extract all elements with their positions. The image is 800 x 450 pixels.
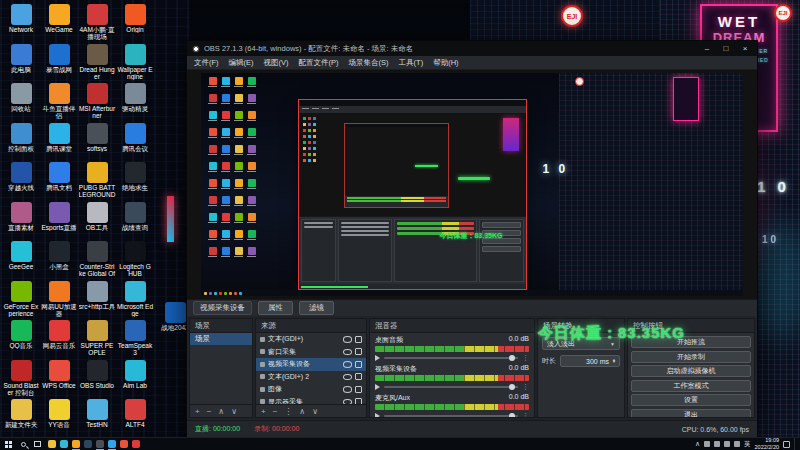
desktop-icon[interactable]: 直播素材 bbox=[2, 200, 40, 240]
mixer-options-icon[interactable]: ⋮ bbox=[522, 412, 529, 417]
source-row[interactable]: 文本(GDI+) 2 bbox=[256, 371, 366, 384]
volume-icon[interactable] bbox=[714, 441, 720, 447]
desktop-icon[interactable]: Aim Lab bbox=[116, 358, 154, 398]
lock-icon[interactable] bbox=[355, 361, 362, 368]
desktop-icon[interactable]: 腾讯会议 bbox=[116, 121, 154, 161]
desktop-icon[interactable]: GeForce Experience bbox=[2, 279, 40, 319]
sources-toolbar-button[interactable]: − bbox=[273, 407, 278, 416]
taskbar-browser[interactable] bbox=[120, 440, 128, 448]
scenes-toolbar-button[interactable]: ∨ bbox=[231, 407, 237, 416]
menu-item[interactable]: 场景集合(S) bbox=[349, 58, 389, 68]
desktop-icon[interactable]: Esports直播 bbox=[40, 200, 78, 240]
desktop-icon[interactable]: 驱动精灵 bbox=[116, 81, 154, 121]
volume-slider[interactable] bbox=[384, 415, 518, 417]
menu-item[interactable]: 文件(F) bbox=[194, 58, 219, 68]
desktop-icon[interactable]: GeeGee bbox=[2, 239, 40, 279]
slider-thumb[interactable] bbox=[509, 355, 515, 361]
captured-obs-window[interactable] bbox=[299, 100, 527, 290]
desktop-icon[interactable]: 穿越火线 bbox=[2, 160, 40, 200]
desktop-icon[interactable]: SUPER PEOPLE bbox=[78, 318, 116, 358]
source-row[interactable]: 视频采集设备 bbox=[256, 358, 366, 371]
source-row[interactable]: 文本(GDI+) bbox=[256, 333, 366, 346]
obs-preview-canvas[interactable]: 1 0 bbox=[187, 70, 757, 299]
desktop-icon[interactable]: 控制面板 bbox=[2, 121, 40, 161]
visibility-eye-icon[interactable] bbox=[343, 361, 352, 368]
menu-item[interactable]: 编辑(E) bbox=[229, 58, 254, 68]
lock-icon[interactable] bbox=[355, 386, 362, 393]
desktop-icon[interactable]: OB工具 bbox=[78, 200, 116, 240]
sources-toolbar-button[interactable]: ∨ bbox=[312, 407, 318, 416]
speaker-icon[interactable] bbox=[375, 384, 380, 390]
show-desktop-strip[interactable] bbox=[794, 438, 798, 450]
desktop-icon[interactable]: YY语音 bbox=[40, 397, 78, 437]
desktop-icon[interactable]: 4AM小鹏·直播现场 bbox=[78, 2, 116, 42]
network-icon[interactable] bbox=[724, 441, 730, 447]
desktop-icon[interactable]: Logitech G HUB bbox=[116, 239, 154, 279]
settings-button[interactable]: 设置 bbox=[631, 394, 751, 406]
desktop-icon[interactable]: Counter-Strike Global Offensive bbox=[78, 239, 116, 279]
mixer-options-icon[interactable]: ⋮ bbox=[522, 383, 529, 391]
desktop-icon[interactable]: TestHN bbox=[78, 397, 116, 437]
visibility-eye-icon[interactable] bbox=[343, 374, 352, 381]
menu-item[interactable]: 配置文件(P) bbox=[299, 58, 339, 68]
spinner-arrows-icon[interactable]: ▲ ▼ bbox=[612, 359, 616, 364]
desktop-icon[interactable]: OBS Studio bbox=[78, 358, 116, 398]
antivirus-tray-icon[interactable] bbox=[734, 441, 740, 447]
visibility-eye-icon[interactable] bbox=[343, 336, 352, 343]
desktop-icon[interactable]: WPS Office bbox=[40, 358, 78, 398]
desktop-icon[interactable]: 暴雪战网 bbox=[40, 42, 78, 82]
desktop-icon[interactable]: ALTF4 bbox=[116, 397, 154, 437]
hidden-icons-chevron[interactable]: ∧ bbox=[695, 440, 700, 448]
task-view-button[interactable] bbox=[30, 438, 44, 450]
source-row[interactable]: 图像 bbox=[256, 383, 366, 396]
taskbar-obs-studio[interactable] bbox=[96, 440, 104, 448]
scenes-toolbar-button[interactable]: − bbox=[207, 407, 212, 416]
desktop-icon[interactable]: 回收站 bbox=[2, 81, 40, 121]
desktop-icon[interactable]: softsys bbox=[78, 121, 116, 161]
desktop-icon[interactable]: 腾讯课堂 bbox=[40, 121, 78, 161]
input-language-indicator[interactable]: 英 bbox=[744, 440, 751, 449]
desktop-icon[interactable]: Wallpaper Engine bbox=[116, 42, 154, 82]
slider-thumb[interactable] bbox=[509, 413, 515, 417]
notification-center-icon[interactable] bbox=[783, 441, 790, 448]
menu-item[interactable]: 工具(T) bbox=[399, 58, 424, 68]
filters-button[interactable]: 滤镜 bbox=[299, 301, 334, 315]
visibility-eye-icon[interactable] bbox=[343, 349, 352, 356]
desktop-icon[interactable]: 斗鱼直播伴侣 bbox=[40, 81, 78, 121]
desktop-icon[interactable]: MSI Afterburner bbox=[78, 81, 116, 121]
desktop-icon[interactable]: Microsoft Edge bbox=[116, 279, 154, 319]
minimize-button[interactable]: – bbox=[702, 44, 712, 53]
visibility-eye-icon[interactable] bbox=[343, 386, 352, 393]
taskbar-steam[interactable] bbox=[84, 440, 92, 448]
start-button[interactable] bbox=[0, 438, 16, 450]
sources-toolbar-button[interactable]: + bbox=[261, 407, 266, 416]
taskbar-wegame[interactable] bbox=[72, 440, 80, 448]
sources-toolbar-button[interactable]: ∧ bbox=[299, 407, 305, 416]
desktop-icon[interactable]: 新建文件夹 bbox=[2, 397, 40, 437]
desktop-icon[interactable]: PUBG BATTLEGROUNDS bbox=[78, 160, 116, 200]
taskbar-edge[interactable] bbox=[60, 440, 68, 448]
desktop-icon[interactable]: 小黑盒 bbox=[40, 239, 78, 279]
virtual-camera-button[interactable]: 启动虚拟摄像机 bbox=[631, 365, 751, 377]
close-button[interactable]: × bbox=[740, 44, 750, 53]
studio-mode-button[interactable]: 工作室模式 bbox=[631, 380, 751, 392]
sources-toolbar-button[interactable]: ⋮ bbox=[284, 407, 292, 416]
maximize-button[interactable]: □ bbox=[721, 44, 731, 53]
desktop-icon[interactable]: 绝地求生 bbox=[116, 160, 154, 200]
menu-item[interactable]: 帮助(H) bbox=[433, 58, 458, 68]
desktop-icon[interactable]: TeamSpeak 3 bbox=[116, 318, 154, 358]
taskbar-clock[interactable]: 19:09 2022/2/20 bbox=[755, 438, 779, 450]
desktop-icon[interactable]: Network bbox=[2, 2, 40, 42]
scene-item[interactable]: 场景 bbox=[190, 333, 252, 345]
desktop-icon[interactable]: 战绩查询 bbox=[116, 200, 154, 240]
speaker-icon[interactable] bbox=[375, 355, 380, 361]
start-recording-button[interactable]: 开始录制 bbox=[631, 351, 751, 363]
desktop-icon[interactable]: WeGame bbox=[40, 2, 78, 42]
source-row[interactable]: 显示器采集 bbox=[256, 396, 366, 405]
speaker-icon[interactable] bbox=[375, 413, 380, 417]
desktop-icon[interactable]: 网易云音乐 bbox=[40, 318, 78, 358]
scenes-toolbar-button[interactable]: ∧ bbox=[218, 407, 224, 416]
desktop-icon[interactable]: Sound Blaster 控制台 bbox=[2, 358, 40, 398]
taskbar-netease-music[interactable] bbox=[132, 440, 140, 448]
exit-button[interactable]: 退出 bbox=[631, 409, 751, 418]
